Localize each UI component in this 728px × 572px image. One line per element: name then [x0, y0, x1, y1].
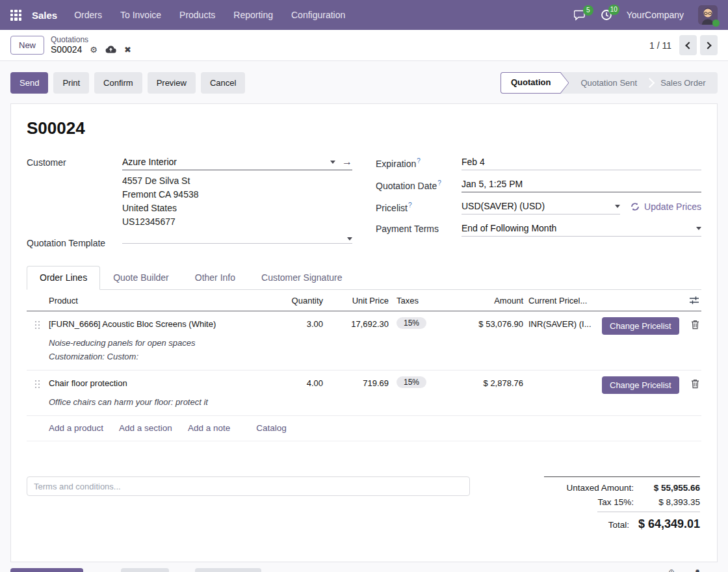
statusbar-step-quotation[interactable]: Quotation [500, 72, 569, 94]
totals-separator [597, 512, 700, 512]
preview-button[interactable]: Preview [148, 72, 196, 94]
column-quantity: Quantity [263, 296, 323, 306]
quotation-template-input[interactable] [122, 237, 352, 244]
chevron-down-icon[interactable] [330, 161, 335, 164]
pricelist-field-row: Pricelist? USD(SAVER) (USD) Update Price… [376, 201, 701, 214]
control-panel: New Quotations S00024 ⚙︎ ✖ 1 / 11 [0, 30, 728, 61]
add-product-link[interactable]: Add a product [49, 423, 103, 433]
customer-input[interactable]: Azure Interior → [122, 157, 352, 170]
tax-badge[interactable]: 15% [396, 376, 426, 388]
tab-quote-builder[interactable]: Quote Builder [100, 266, 182, 289]
statusbar: Quotation Quotation Sent Sales Order [500, 72, 718, 94]
add-note-link[interactable]: Add a note [188, 423, 230, 433]
drag-handle-icon[interactable] [35, 321, 42, 329]
quotation-template-field-row: Quotation Template [27, 237, 352, 248]
delete-line-icon[interactable] [689, 317, 701, 330]
chatter-secondary-button[interactable] [195, 568, 261, 572]
discard-icon[interactable]: ✖ [124, 46, 131, 54]
app-name[interactable]: Sales [32, 10, 57, 21]
menu-products[interactable]: Products [179, 10, 215, 20]
tax-badge[interactable]: 15% [396, 317, 426, 329]
followers-icon[interactable]: 👤︎ [693, 568, 702, 572]
column-unit-price: Unit Price [323, 296, 389, 306]
quotation-date-field-row: Quotation Date? Jan 5, 1:25 PM [376, 179, 701, 192]
company-menu[interactable]: YourCompany [627, 10, 684, 20]
optional-columns-icon[interactable] [689, 296, 703, 305]
tab-customer-signature[interactable]: Customer Signature [248, 266, 356, 289]
unit-price-cell[interactable]: 17,692.30 [323, 317, 389, 332]
confirm-button[interactable]: Confirm [94, 72, 142, 94]
cancel-button[interactable]: Cancel [201, 72, 245, 94]
terms-and-conditions-input[interactable] [27, 476, 470, 496]
quantity-cell[interactable]: 3.00 [263, 317, 323, 332]
untaxed-amount-label: Untaxed Amount: [566, 483, 634, 493]
menu-configuration[interactable]: Configuration [291, 10, 345, 20]
send-button[interactable]: Send [10, 72, 48, 94]
print-button[interactable]: Print [53, 72, 89, 94]
tab-other-info[interactable]: Other Info [182, 266, 248, 289]
chevron-down-icon[interactable] [347, 237, 352, 240]
untaxed-amount-value: $ 55,955.66 [643, 483, 700, 493]
catalog-link[interactable]: Catalog [256, 423, 287, 433]
line-description[interactable]: Noise-reducing panels for open spaces Cu… [49, 336, 689, 363]
attachment-icon[interactable]: 📎︎ [667, 568, 676, 572]
quotation-date-input[interactable]: Jan 5, 1:25 PM [462, 179, 701, 192]
order-lines-header: Product Quantity Unit Price Taxes Amount… [27, 290, 701, 311]
messages-badge: 5 [583, 5, 593, 16]
pricelist-input[interactable]: USD(SAVER) (USD) [462, 201, 620, 214]
expiration-label: Expiration? [376, 157, 462, 170]
chatter-secondary-button[interactable] [121, 568, 169, 572]
help-icon: ? [408, 202, 412, 209]
pager: 1 / 11 [649, 35, 718, 55]
pager-next-button[interactable] [700, 35, 718, 55]
amount-cell: $ 53,076.90 [468, 317, 523, 332]
menu-orders[interactable]: Orders [74, 10, 102, 20]
unit-price-cell[interactable]: 719.69 [323, 376, 389, 391]
column-taxes: Taxes [389, 296, 468, 306]
tab-order-lines[interactable]: Order Lines [27, 266, 100, 290]
internal-link-arrow-icon[interactable]: → [342, 157, 352, 167]
update-prices-link[interactable]: Update Prices [630, 201, 701, 212]
notebook-tabs: Order Lines Quote Builder Other Info Cus… [27, 266, 701, 290]
menu-to-invoice[interactable]: To Invoice [120, 10, 161, 20]
pricelist-label: Pricelist? [376, 201, 462, 214]
cloud-save-icon[interactable] [105, 45, 116, 55]
record-title: S00024 [27, 118, 701, 138]
chevron-right-icon [704, 42, 711, 49]
chevron-down-icon[interactable] [696, 227, 701, 230]
payment-terms-input[interactable]: End of Following Month [462, 223, 701, 237]
gear-icon[interactable]: ⚙︎ [90, 46, 98, 54]
chatter-primary-button[interactable] [10, 568, 83, 572]
delete-line-icon[interactable] [689, 376, 701, 389]
chevron-down-icon[interactable] [615, 205, 620, 208]
quantity-cell[interactable]: 4.00 [263, 376, 323, 391]
change-pricelist-button[interactable]: Change Pricelist [602, 376, 679, 394]
order-lines-footer: Add a product Add a section Add a note C… [27, 416, 701, 441]
chatter-section: 📎︎ 👤︎ [0, 568, 728, 572]
statusbar-step-sales-order[interactable]: Sales Order [649, 72, 717, 94]
activities-icon[interactable]: 10 [601, 9, 612, 21]
new-button[interactable]: New [10, 36, 44, 55]
online-status-dot [712, 20, 720, 27]
column-product: Product [49, 296, 263, 306]
help-icon: ? [437, 179, 441, 187]
statusbar-step-quotation-sent[interactable]: Quotation Sent [569, 72, 649, 94]
expiration-input[interactable]: Feb 4 [462, 157, 701, 170]
line-description[interactable]: Office chairs can harm your floor: prote… [49, 395, 689, 409]
order-line-row: Chair floor protection 4.00 719.69 15% $… [27, 370, 701, 416]
messages-icon[interactable]: 5 [574, 10, 586, 21]
drag-handle-icon[interactable] [35, 380, 42, 388]
change-pricelist-button[interactable]: Change Pricelist [602, 317, 679, 335]
breadcrumb-quotations-link[interactable]: Quotations [51, 36, 131, 45]
product-cell[interactable]: Chair floor protection [49, 376, 263, 391]
user-avatar[interactable] [698, 5, 718, 25]
apps-grid-icon[interactable] [10, 10, 21, 21]
tax-value: $ 8,393.35 [643, 497, 700, 507]
pager-previous-button[interactable] [679, 35, 697, 55]
pager-count: 1 / 11 [649, 40, 671, 51]
product-cell[interactable]: [FURN_6666] Acoustic Bloc Screens (White… [49, 317, 263, 332]
action-bar: Send Print Confirm Preview Cancel Quotat… [0, 61, 728, 103]
amount-cell: $ 2,878.76 [468, 376, 523, 391]
menu-reporting[interactable]: Reporting [233, 10, 273, 20]
add-section-link[interactable]: Add a section [119, 423, 172, 433]
